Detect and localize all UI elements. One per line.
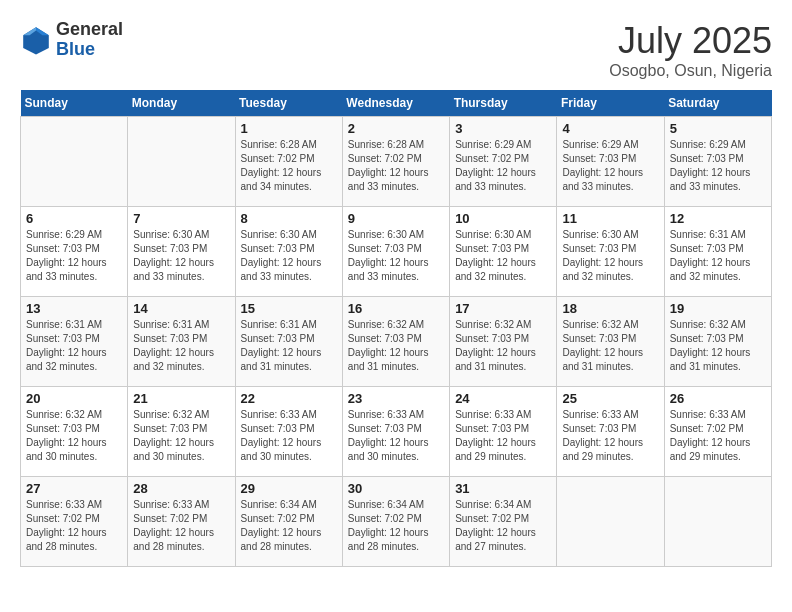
day-info: Sunrise: 6:29 AM Sunset: 7:03 PM Dayligh…: [670, 138, 766, 194]
day-info: Sunrise: 6:34 AM Sunset: 7:02 PM Dayligh…: [348, 498, 444, 554]
day-info: Sunrise: 6:30 AM Sunset: 7:03 PM Dayligh…: [562, 228, 658, 284]
day-number: 15: [241, 301, 337, 316]
day-number: 16: [348, 301, 444, 316]
day-of-week-header: Sunday: [21, 90, 128, 117]
calendar-cell: 25Sunrise: 6:33 AM Sunset: 7:03 PM Dayli…: [557, 387, 664, 477]
day-of-week-header: Friday: [557, 90, 664, 117]
day-info: Sunrise: 6:33 AM Sunset: 7:03 PM Dayligh…: [241, 408, 337, 464]
calendar-cell: 2Sunrise: 6:28 AM Sunset: 7:02 PM Daylig…: [342, 117, 449, 207]
day-number: 3: [455, 121, 551, 136]
day-number: 10: [455, 211, 551, 226]
day-number: 6: [26, 211, 122, 226]
calendar-cell: 18Sunrise: 6:32 AM Sunset: 7:03 PM Dayli…: [557, 297, 664, 387]
day-number: 21: [133, 391, 229, 406]
day-info: Sunrise: 6:34 AM Sunset: 7:02 PM Dayligh…: [455, 498, 551, 554]
calendar-cell: 3Sunrise: 6:29 AM Sunset: 7:02 PM Daylig…: [450, 117, 557, 207]
calendar-cell: 7Sunrise: 6:30 AM Sunset: 7:03 PM Daylig…: [128, 207, 235, 297]
day-info: Sunrise: 6:32 AM Sunset: 7:03 PM Dayligh…: [348, 318, 444, 374]
calendar-cell: 4Sunrise: 6:29 AM Sunset: 7:03 PM Daylig…: [557, 117, 664, 207]
day-of-week-header: Thursday: [450, 90, 557, 117]
day-number: 30: [348, 481, 444, 496]
day-info: Sunrise: 6:30 AM Sunset: 7:03 PM Dayligh…: [133, 228, 229, 284]
day-number: 7: [133, 211, 229, 226]
logo: General Blue: [20, 20, 123, 60]
day-info: Sunrise: 6:29 AM Sunset: 7:02 PM Dayligh…: [455, 138, 551, 194]
day-number: 12: [670, 211, 766, 226]
day-of-week-header: Tuesday: [235, 90, 342, 117]
svg-marker-0: [23, 27, 49, 54]
calendar-cell: 1Sunrise: 6:28 AM Sunset: 7:02 PM Daylig…: [235, 117, 342, 207]
calendar-table: SundayMondayTuesdayWednesdayThursdayFrid…: [20, 90, 772, 567]
day-number: 29: [241, 481, 337, 496]
day-info: Sunrise: 6:31 AM Sunset: 7:03 PM Dayligh…: [133, 318, 229, 374]
day-number: 5: [670, 121, 766, 136]
calendar-cell: 31Sunrise: 6:34 AM Sunset: 7:02 PM Dayli…: [450, 477, 557, 567]
logo-text: General Blue: [56, 20, 123, 60]
calendar-cell: 9Sunrise: 6:30 AM Sunset: 7:03 PM Daylig…: [342, 207, 449, 297]
day-info: Sunrise: 6:32 AM Sunset: 7:03 PM Dayligh…: [562, 318, 658, 374]
day-number: 2: [348, 121, 444, 136]
day-number: 19: [670, 301, 766, 316]
calendar-cell: 5Sunrise: 6:29 AM Sunset: 7:03 PM Daylig…: [664, 117, 771, 207]
day-info: Sunrise: 6:31 AM Sunset: 7:03 PM Dayligh…: [26, 318, 122, 374]
day-number: 26: [670, 391, 766, 406]
calendar-cell: 17Sunrise: 6:32 AM Sunset: 7:03 PM Dayli…: [450, 297, 557, 387]
day-number: 13: [26, 301, 122, 316]
month-year: July 2025: [609, 20, 772, 62]
logo-general: General: [56, 19, 123, 39]
day-number: 28: [133, 481, 229, 496]
day-info: Sunrise: 6:28 AM Sunset: 7:02 PM Dayligh…: [241, 138, 337, 194]
calendar-cell: 15Sunrise: 6:31 AM Sunset: 7:03 PM Dayli…: [235, 297, 342, 387]
title-block: July 2025 Osogbo, Osun, Nigeria: [609, 20, 772, 80]
day-number: 20: [26, 391, 122, 406]
calendar-cell: 30Sunrise: 6:34 AM Sunset: 7:02 PM Dayli…: [342, 477, 449, 567]
day-info: Sunrise: 6:32 AM Sunset: 7:03 PM Dayligh…: [670, 318, 766, 374]
calendar-cell: 27Sunrise: 6:33 AM Sunset: 7:02 PM Dayli…: [21, 477, 128, 567]
calendar-cell: 14Sunrise: 6:31 AM Sunset: 7:03 PM Dayli…: [128, 297, 235, 387]
day-number: 24: [455, 391, 551, 406]
day-info: Sunrise: 6:30 AM Sunset: 7:03 PM Dayligh…: [455, 228, 551, 284]
day-info: Sunrise: 6:32 AM Sunset: 7:03 PM Dayligh…: [455, 318, 551, 374]
day-info: Sunrise: 6:30 AM Sunset: 7:03 PM Dayligh…: [241, 228, 337, 284]
day-info: Sunrise: 6:33 AM Sunset: 7:03 PM Dayligh…: [348, 408, 444, 464]
logo-icon: [20, 24, 52, 56]
day-number: 27: [26, 481, 122, 496]
day-info: Sunrise: 6:33 AM Sunset: 7:02 PM Dayligh…: [133, 498, 229, 554]
day-info: Sunrise: 6:33 AM Sunset: 7:03 PM Dayligh…: [562, 408, 658, 464]
calendar-week-row: 1Sunrise: 6:28 AM Sunset: 7:02 PM Daylig…: [21, 117, 772, 207]
calendar-week-row: 13Sunrise: 6:31 AM Sunset: 7:03 PM Dayli…: [21, 297, 772, 387]
calendar-header-row: SundayMondayTuesdayWednesdayThursdayFrid…: [21, 90, 772, 117]
calendar-cell: [128, 117, 235, 207]
day-number: 17: [455, 301, 551, 316]
day-number: 18: [562, 301, 658, 316]
calendar-week-row: 27Sunrise: 6:33 AM Sunset: 7:02 PM Dayli…: [21, 477, 772, 567]
day-info: Sunrise: 6:33 AM Sunset: 7:02 PM Dayligh…: [670, 408, 766, 464]
calendar-cell: [557, 477, 664, 567]
day-info: Sunrise: 6:30 AM Sunset: 7:03 PM Dayligh…: [348, 228, 444, 284]
calendar-cell: 28Sunrise: 6:33 AM Sunset: 7:02 PM Dayli…: [128, 477, 235, 567]
location: Osogbo, Osun, Nigeria: [609, 62, 772, 80]
day-of-week-header: Wednesday: [342, 90, 449, 117]
calendar-cell: 29Sunrise: 6:34 AM Sunset: 7:02 PM Dayli…: [235, 477, 342, 567]
calendar-cell: 23Sunrise: 6:33 AM Sunset: 7:03 PM Dayli…: [342, 387, 449, 477]
day-number: 14: [133, 301, 229, 316]
calendar-cell: 8Sunrise: 6:30 AM Sunset: 7:03 PM Daylig…: [235, 207, 342, 297]
calendar-cell: 16Sunrise: 6:32 AM Sunset: 7:03 PM Dayli…: [342, 297, 449, 387]
day-number: 23: [348, 391, 444, 406]
calendar-week-row: 20Sunrise: 6:32 AM Sunset: 7:03 PM Dayli…: [21, 387, 772, 477]
calendar-cell: 12Sunrise: 6:31 AM Sunset: 7:03 PM Dayli…: [664, 207, 771, 297]
day-info: Sunrise: 6:28 AM Sunset: 7:02 PM Dayligh…: [348, 138, 444, 194]
calendar-cell: 11Sunrise: 6:30 AM Sunset: 7:03 PM Dayli…: [557, 207, 664, 297]
logo-blue: Blue: [56, 39, 95, 59]
calendar-cell: 10Sunrise: 6:30 AM Sunset: 7:03 PM Dayli…: [450, 207, 557, 297]
day-info: Sunrise: 6:33 AM Sunset: 7:03 PM Dayligh…: [455, 408, 551, 464]
calendar-cell: 24Sunrise: 6:33 AM Sunset: 7:03 PM Dayli…: [450, 387, 557, 477]
day-number: 25: [562, 391, 658, 406]
calendar-cell: 20Sunrise: 6:32 AM Sunset: 7:03 PM Dayli…: [21, 387, 128, 477]
day-number: 31: [455, 481, 551, 496]
calendar-cell: 22Sunrise: 6:33 AM Sunset: 7:03 PM Dayli…: [235, 387, 342, 477]
day-number: 8: [241, 211, 337, 226]
calendar-week-row: 6Sunrise: 6:29 AM Sunset: 7:03 PM Daylig…: [21, 207, 772, 297]
day-info: Sunrise: 6:32 AM Sunset: 7:03 PM Dayligh…: [133, 408, 229, 464]
day-number: 1: [241, 121, 337, 136]
